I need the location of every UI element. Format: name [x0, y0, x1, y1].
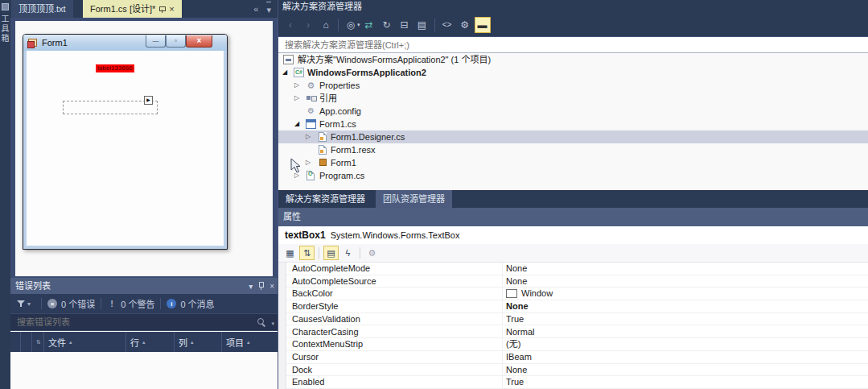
- property-row[interactable]: BorderStyleNone: [286, 300, 868, 313]
- tree-row-form1-class[interactable]: ▷ Form1: [278, 156, 868, 169]
- tree-row-form1cs[interactable]: ◢ Form1.cs: [278, 118, 868, 130]
- properties-toolbar: ▦ ⇅ ▤ ϟ ⚙: [278, 244, 868, 263]
- back-icon[interactable]: ‹: [282, 17, 298, 33]
- messages-count-button[interactable]: i 0 个消息: [167, 297, 214, 310]
- scroll-tabs-icon[interactable]: «: [253, 0, 258, 18]
- tab-form1-designer[interactable]: Form1.cs [设计]* ×: [83, 0, 182, 18]
- tab-team-explorer[interactable]: 团队资源管理器: [376, 190, 452, 208]
- properties-icon[interactable]: ⚙: [457, 17, 473, 33]
- csharp-project-icon: C#: [294, 68, 304, 77]
- tree-row-programcs[interactable]: ▷ Program.cs: [278, 169, 868, 182]
- filter-dropdown-icon[interactable]: ▾: [27, 300, 31, 308]
- designed-form-window[interactable]: Form1 — ▫ × label133666 ▶: [23, 34, 228, 250]
- preview-selected-items-icon[interactable]: ▬: [475, 17, 491, 33]
- switch-views-dropdown-icon[interactable]: ▾: [357, 22, 360, 28]
- window-position-icon[interactable]: ▾: [249, 282, 253, 291]
- property-grid-gutter: [278, 263, 286, 389]
- forward-icon[interactable]: ›: [300, 17, 316, 33]
- toolbox-vertical-tab[interactable]: 工具箱: [0, 14, 10, 43]
- property-row[interactable]: CursorIBeam: [286, 351, 868, 364]
- tab-document-txt[interactable]: 顶顶顶顶.txt: [11, 0, 73, 18]
- windows-form-icon: [306, 119, 316, 129]
- designer-canvas[interactable]: Form1 — ▫ × label133666 ▶: [15, 21, 273, 276]
- property-row[interactable]: DockNone: [286, 364, 868, 377]
- property-row[interactable]: EnabledTrue: [286, 376, 868, 389]
- property-row[interactable]: AutoCompleteModeNone: [286, 263, 868, 275]
- warnings-count-button[interactable]: ! 0 个警告: [107, 297, 154, 310]
- expander-icon[interactable]: ▷: [294, 92, 299, 105]
- tree-row-appconfig[interactable]: ⚙ App.config: [278, 105, 868, 118]
- refresh-icon[interactable]: ↻: [379, 17, 395, 33]
- form-client-area[interactable]: label133666 ▶: [27, 51, 224, 246]
- column-col[interactable]: 列▴: [175, 332, 222, 352]
- tab-solution-explorer[interactable]: 解决方案资源管理器: [278, 190, 372, 208]
- close-icon[interactable]: ×: [269, 282, 274, 291]
- error-list-search-input[interactable]: [10, 314, 278, 330]
- sort-asc-icon: ▴: [69, 339, 72, 346]
- property-row[interactable]: CausesValidationTrue: [286, 313, 868, 326]
- mouse-cursor: [290, 158, 302, 174]
- column-blank-2[interactable]: [21, 332, 32, 352]
- expander-icon[interactable]: ◢: [282, 66, 287, 79]
- smart-tag-button[interactable]: ▶: [144, 96, 153, 105]
- config-file-icon: ⚙: [306, 106, 316, 116]
- error-list-body[interactable]: [10, 352, 278, 389]
- close-icon[interactable]: ×: [169, 0, 174, 18]
- expander-icon[interactable]: ▷: [306, 130, 311, 143]
- separator: [160, 298, 161, 309]
- property-row[interactable]: CharacterCasingNormal: [286, 326, 868, 339]
- expander-icon[interactable]: ▷: [294, 79, 299, 92]
- solution-explorer-search-input[interactable]: [278, 38, 868, 53]
- error-list-title: 错误列表: [10, 278, 278, 294]
- pin-icon[interactable]: [258, 282, 264, 290]
- warning-icon: !: [107, 299, 117, 308]
- active-files-dropdown-icon[interactable]: ▾: [266, 2, 271, 16]
- column-blank-1[interactable]: [10, 332, 21, 352]
- view-code-icon[interactable]: <>: [439, 17, 455, 33]
- tree-row-properties[interactable]: ▷ ⚙ Properties: [278, 79, 868, 92]
- expander-icon[interactable]: ◢: [294, 118, 299, 130]
- property-row[interactable]: AutoCompleteSourceNone: [286, 275, 868, 288]
- sync-with-active-document-icon[interactable]: ⇄: [361, 17, 377, 33]
- solution-explorer-tree: 解决方案"WindowsFormsApplication2" (1 个项目) ◢…: [278, 53, 868, 190]
- switch-views-icon[interactable]: ◎: [343, 17, 359, 33]
- search-icon[interactable]: [257, 318, 266, 327]
- tree-row-form1-designer[interactable]: ▷ Form1.Designer.cs: [278, 130, 868, 143]
- pin-icon[interactable]: [159, 6, 165, 13]
- designed-label-control[interactable]: label133666: [96, 64, 134, 72]
- home-icon[interactable]: ⌂: [318, 17, 334, 33]
- property-row[interactable]: BackColor Window: [286, 288, 868, 300]
- search-dropdown-icon[interactable]: ▾: [271, 321, 274, 327]
- tree-row-references[interactable]: ▷ 引用: [278, 92, 868, 105]
- property-row[interactable]: ContextMenuStrip(无): [286, 338, 868, 351]
- minimize-button[interactable]: —: [146, 35, 166, 48]
- right-dock-pane: 解决方案资源管理器 ‹ › ⌂ ◎ ▾ ⇄ ↻ ⊟ ▤ <> ⚙ ▬ 解决方案"…: [278, 0, 868, 389]
- resx-file-icon: [319, 145, 327, 155]
- column-line[interactable]: 行▴: [126, 332, 175, 352]
- alphabetical-icon[interactable]: ⇅: [299, 246, 315, 260]
- show-all-files-icon[interactable]: ▤: [414, 17, 430, 33]
- close-button[interactable]: ×: [186, 35, 212, 48]
- sort-asc-icon: ▴: [142, 339, 146, 346]
- form-designer-pane: Form1 — ▫ × label133666 ▶: [10, 18, 278, 278]
- column-severity[interactable]: ⇅: [32, 332, 44, 352]
- solution-explorer-title: 解决方案资源管理器: [278, 0, 868, 13]
- tree-row-project[interactable]: ◢ C# WindowsFormsApplication2: [278, 66, 868, 79]
- tree-row-solution[interactable]: 解决方案"WindowsFormsApplication2" (1 个项目): [278, 53, 868, 66]
- column-project[interactable]: 项目▴: [222, 332, 278, 352]
- property-pages-icon[interactable]: ⚙: [364, 246, 380, 260]
- properties-object-selector[interactable]: textBox1System.Windows.Forms.TextBox: [278, 226, 868, 244]
- object-name: textBox1: [285, 230, 326, 241]
- form-icon: [28, 39, 37, 47]
- collapse-all-icon[interactable]: ⊟: [397, 17, 413, 33]
- categorized-icon[interactable]: ▦: [282, 246, 298, 260]
- maximize-button[interactable]: ▫: [166, 35, 186, 48]
- column-file[interactable]: 文件▴: [44, 332, 126, 352]
- filter-icon[interactable]: [17, 300, 25, 308]
- errors-count-button[interactable]: × 0 个错误: [47, 297, 95, 310]
- property-grid: AutoCompleteModeNone AutoCompleteSourceN…: [278, 263, 868, 389]
- properties-view-icon[interactable]: ▤: [323, 246, 339, 260]
- tree-row-form1-resx[interactable]: Form1.resx: [278, 143, 868, 156]
- events-icon[interactable]: ϟ: [340, 246, 356, 260]
- csharp-file-icon: [306, 171, 315, 180]
